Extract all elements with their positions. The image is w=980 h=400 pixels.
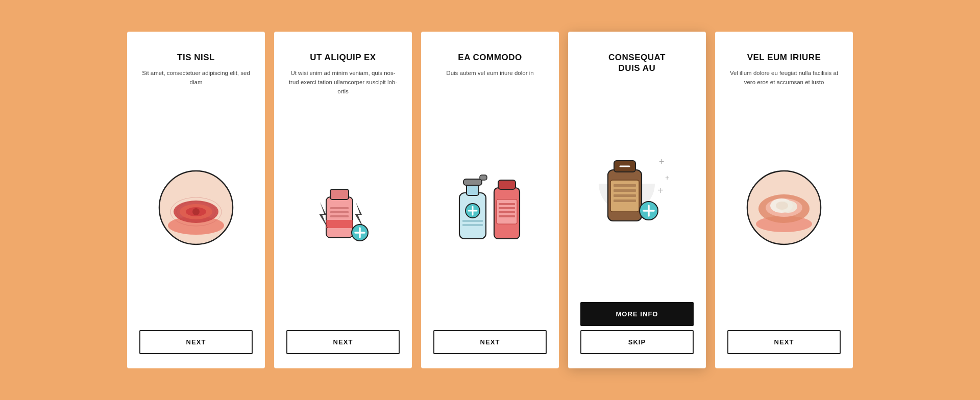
card-3-buttons: NEXT bbox=[433, 330, 547, 354]
svg-text:+: + bbox=[657, 185, 664, 196]
card-1-buttons: NEXT bbox=[139, 330, 253, 354]
svg-rect-27 bbox=[462, 224, 483, 226]
card-3-title: EA COMMODO bbox=[458, 52, 522, 63]
svg-rect-9 bbox=[330, 189, 349, 199]
svg-rect-26 bbox=[462, 220, 483, 222]
cards-container: TIS NISL Sit amet, consectetuer adipisci… bbox=[96, 11, 884, 389]
card-3-illustration bbox=[433, 90, 547, 316]
more-info-button[interactable]: MORE INFO bbox=[580, 302, 694, 326]
svg-rect-33 bbox=[499, 211, 515, 213]
card-2-illustration bbox=[286, 109, 400, 316]
medicine-bottle-icon: + + + bbox=[589, 135, 685, 232]
card-2-buttons: NEXT bbox=[286, 330, 400, 354]
next-button-5[interactable]: NEXT bbox=[727, 330, 841, 354]
svg-rect-13 bbox=[326, 220, 353, 228]
card-1-illustration bbox=[139, 99, 253, 316]
card-4: CONSEQUAT DUIS AU + + + bbox=[568, 32, 706, 368]
card-1-desc: Sit amet, consectetuer adipiscing elit, … bbox=[139, 69, 253, 87]
card-2: UT ALIQUIP EX Ut wisi enim ad minim veni… bbox=[274, 32, 412, 368]
svg-rect-41 bbox=[614, 184, 636, 187]
skin-wound-icon bbox=[155, 167, 237, 248]
skip-button[interactable]: SKIP bbox=[580, 330, 694, 354]
svg-point-5 bbox=[192, 208, 200, 215]
svg-rect-11 bbox=[330, 211, 349, 213]
svg-rect-44 bbox=[614, 199, 636, 202]
card-3-desc: Duis autem vel eum iriure dolor in bbox=[446, 69, 533, 78]
svg-point-55 bbox=[776, 202, 788, 210]
card-1-title: TIS NISL bbox=[177, 52, 215, 63]
svg-rect-31 bbox=[499, 203, 515, 205]
bottles-icon bbox=[444, 160, 536, 246]
card-4-title: CONSEQUAT DUIS AU bbox=[608, 52, 666, 74]
card-4-illustration: + + + bbox=[580, 80, 694, 288]
svg-text:+: + bbox=[665, 173, 669, 182]
svg-text:+: + bbox=[659, 157, 665, 167]
card-2-desc: Ut wisi enim ad minim veniam, quis nos-t… bbox=[286, 69, 400, 96]
next-button-2[interactable]: NEXT bbox=[286, 330, 400, 354]
card-5-buttons: NEXT bbox=[727, 330, 841, 354]
svg-rect-34 bbox=[499, 215, 515, 217]
next-button-1[interactable]: NEXT bbox=[139, 330, 253, 354]
svg-rect-42 bbox=[614, 189, 636, 192]
card-3: EA COMMODO Duis autem vel eum iriure dol… bbox=[421, 32, 559, 368]
card-2-title: UT ALIQUIP EX bbox=[310, 52, 376, 63]
card-5-title: VEL EUM IRIURE bbox=[747, 52, 821, 63]
next-button-3[interactable]: NEXT bbox=[433, 330, 547, 354]
svg-rect-20 bbox=[467, 184, 479, 195]
card-5: VEL EUM IRIURE Vel illum dolore eu feugi… bbox=[715, 32, 853, 368]
svg-rect-10 bbox=[330, 207, 349, 209]
card-1: TIS NISL Sit amet, consectetuer adipisci… bbox=[127, 32, 265, 368]
svg-rect-12 bbox=[330, 215, 349, 217]
svg-rect-43 bbox=[614, 194, 636, 197]
svg-rect-21 bbox=[463, 179, 482, 185]
skin-wound2-icon bbox=[743, 167, 825, 248]
cream-tube-icon bbox=[300, 169, 386, 256]
card-5-illustration bbox=[727, 99, 841, 316]
svg-rect-29 bbox=[498, 180, 516, 189]
card-4-buttons: MORE INFO SKIP bbox=[580, 302, 694, 354]
svg-rect-32 bbox=[499, 207, 515, 209]
card-5-desc: Vel illum dolore eu feugiat nulla facili… bbox=[727, 69, 841, 87]
svg-rect-22 bbox=[480, 175, 487, 180]
